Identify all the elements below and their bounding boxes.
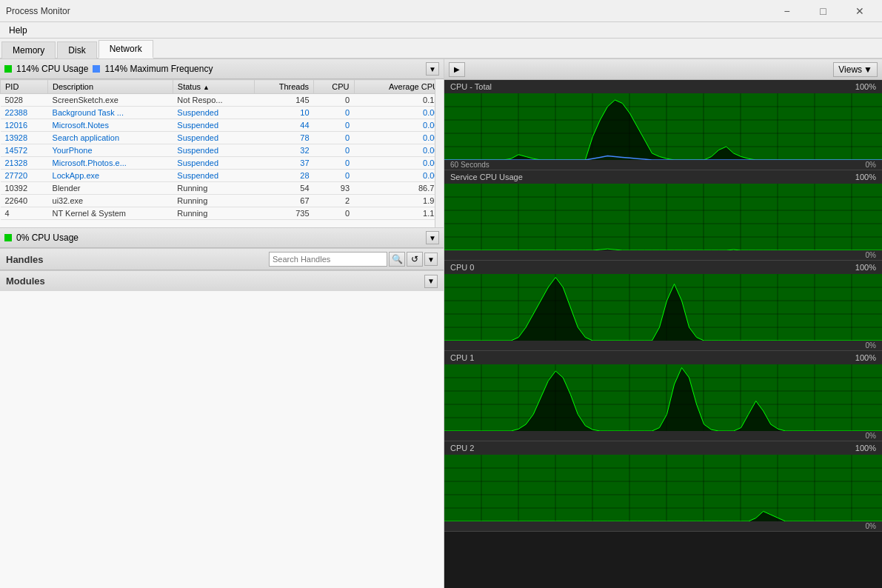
col-avg-cpu[interactable]: Average CPU [354, 80, 443, 94]
minimize-button[interactable]: − [770, 4, 804, 19]
cell-pid: 27720 [1, 170, 48, 182]
cell-threads: 32 [254, 144, 313, 157]
cpu-bottom-right-3: 0% [866, 432, 876, 440]
cell-pid: 4 [1, 207, 48, 220]
table-row[interactable]: 13928 Search application Suspended 78 0 … [1, 132, 444, 144]
cell-cpu: 0 [314, 119, 354, 132]
group1-collapse-button[interactable]: ▼ [426, 62, 439, 76]
col-threads[interactable]: Threads [254, 80, 313, 94]
search-handles-button[interactable]: 🔍 [389, 252, 405, 267]
cell-desc: Blender [48, 182, 173, 195]
tab-disk[interactable]: Disk [57, 41, 96, 59]
cpu-canvas-2 [444, 274, 882, 341]
cpu-bottom-right-2: 0% [866, 341, 876, 350]
left-panel: 114% CPU Usage 114% Maximum Frequency ▼ … [0, 59, 444, 588]
col-pid[interactable]: PID [1, 80, 48, 94]
cell-status: Suspended [173, 132, 254, 144]
cell-avg-cpu: 0.00 [354, 170, 443, 182]
modules-collapse-button[interactable]: ▼ [424, 275, 438, 288]
handles-header: Handles 🔍 ↺ ▼ [0, 249, 444, 270]
maximize-button[interactable]: □ [806, 4, 840, 19]
cell-status: Suspended [173, 144, 254, 157]
cpu-bottom-4: 0% [444, 521, 882, 531]
handles-title: Handles [6, 254, 44, 265]
col-cpu[interactable]: CPU [314, 80, 354, 94]
cell-desc: LockApp.exe [48, 170, 173, 182]
cell-threads: 44 [254, 119, 313, 132]
process-table: PID Description Status ▲ Threads CPU Ave… [0, 79, 444, 220]
cpu-section-label-4: CPU 2 [450, 444, 474, 452]
table-header: PID Description Status ▲ Threads CPU Ave… [1, 80, 444, 94]
table-row[interactable]: 22640 ui32.exe Running 67 2 1.91 [1, 195, 444, 207]
table-row[interactable]: 27720 LockApp.exe Suspended 28 0 0.00 [1, 170, 444, 182]
cell-pid: 12016 [1, 119, 48, 132]
cpu-section-pct-1: 100% [855, 173, 876, 181]
views-dropdown-icon: ▼ [863, 64, 872, 75]
table-row[interactable]: 14572 YourPhone Suspended 32 0 0.00 [1, 144, 444, 157]
process-group-2: 0% CPU Usage ▼ [0, 227, 444, 248]
table-row[interactable]: 22388 Background Task ... Suspended 10 0… [1, 107, 444, 119]
cell-cpu: 0 [314, 107, 354, 119]
cpu-section-header-3: CPU 1 100% [444, 351, 882, 364]
table-scrollbar[interactable] [435, 79, 444, 227]
table-row[interactable]: 5028 ScreenSketch.exe Not Respo... 145 0… [1, 94, 444, 107]
tabbar: Memory Disk Network [0, 39, 882, 59]
cell-avg-cpu: 1.91 [354, 195, 443, 207]
cell-avg-cpu: 0.00 [354, 107, 443, 119]
cell-cpu: 0 [314, 144, 354, 157]
handles-search: 🔍 ↺ ▼ [269, 252, 438, 267]
cpu-section-header-0: CPU - Total 100% [444, 80, 882, 93]
menu-help[interactable]: Help [3, 24, 33, 37]
handles-collapse-button[interactable]: ▼ [424, 253, 438, 266]
cell-cpu: 0 [314, 132, 354, 144]
table-row[interactable]: 10392 Blender Running 54 93 86.79 [1, 182, 444, 195]
play-button[interactable]: ▶ [449, 62, 465, 77]
cell-avg-cpu: 86.79 [354, 182, 443, 195]
table-row[interactable]: 21328 Microsoft.Photos.e... Suspended 37… [1, 157, 444, 170]
tab-network[interactable]: Network [98, 40, 153, 59]
main-container: 114% CPU Usage 114% Maximum Frequency ▼ … [0, 59, 882, 588]
cpu-section-label-0: CPU - Total [450, 82, 492, 91]
cpu-canvas-1 [444, 184, 882, 250]
cpu-bottom-right-4: 0% [866, 522, 876, 530]
cpu-dot [4, 65, 12, 73]
cell-status: Suspended [173, 170, 254, 182]
cell-threads: 10 [254, 107, 313, 119]
cpu-bottom-0: 60 Seconds0% [444, 160, 882, 170]
cell-desc: ScreenSketch.exe [48, 94, 173, 107]
cell-avg-cpu: 0.00 [354, 144, 443, 157]
group2-collapse-button[interactable]: ▼ [426, 231, 439, 244]
cell-cpu: 93 [314, 182, 354, 195]
cpu-usage-label: 114% CPU Usage [16, 64, 88, 74]
cell-avg-cpu: 1.11 [354, 207, 443, 220]
cell-pid: 14572 [1, 144, 48, 157]
refresh-handles-button[interactable]: ↺ [407, 252, 423, 267]
freq-label: 114% Maximum Frequency [104, 64, 213, 74]
search-handles-input[interactable] [269, 252, 387, 267]
views-button[interactable]: Views ▼ [833, 62, 878, 77]
cell-pid: 22640 [1, 195, 48, 207]
app-title: Process Monitor [6, 6, 70, 16]
cpu-canvas-0 [444, 93, 882, 160]
cell-pid: 5028 [1, 94, 48, 107]
cpu-section-header-1: Service CPU Usage 100% [444, 170, 882, 184]
cell-avg-cpu: 0.00 [354, 157, 443, 170]
cpu-section-header-4: CPU 2 100% [444, 441, 882, 455]
table-row[interactable]: 12016 Microsoft.Notes Suspended 44 0 0.0… [1, 119, 444, 132]
cell-cpu: 0 [314, 157, 354, 170]
tab-memory[interactable]: Memory [1, 41, 56, 59]
process-group-2-header: 0% CPU Usage ▼ [0, 228, 444, 247]
process-table-body: 5028 ScreenSketch.exe Not Respo... 145 0… [1, 94, 444, 220]
close-button[interactable]: ✕ [843, 4, 876, 19]
col-status[interactable]: Status ▲ [173, 80, 254, 94]
cell-desc: YourPhone [48, 144, 173, 157]
cell-desc: Search application [48, 132, 173, 144]
cpu-section-2: CPU 0 100% 0% [444, 261, 882, 351]
cpu-canvas-3 [444, 364, 882, 431]
cell-status: Suspended [173, 107, 254, 119]
col-description[interactable]: Description [48, 80, 173, 94]
modules-section: Modules ▼ [0, 270, 444, 291]
titlebar-controls: − □ ✕ [770, 4, 876, 19]
table-row[interactable]: 4 NT Kernel & System Running 735 0 1.11 [1, 207, 444, 220]
cpu-bottom-1: 0% [444, 250, 882, 260]
